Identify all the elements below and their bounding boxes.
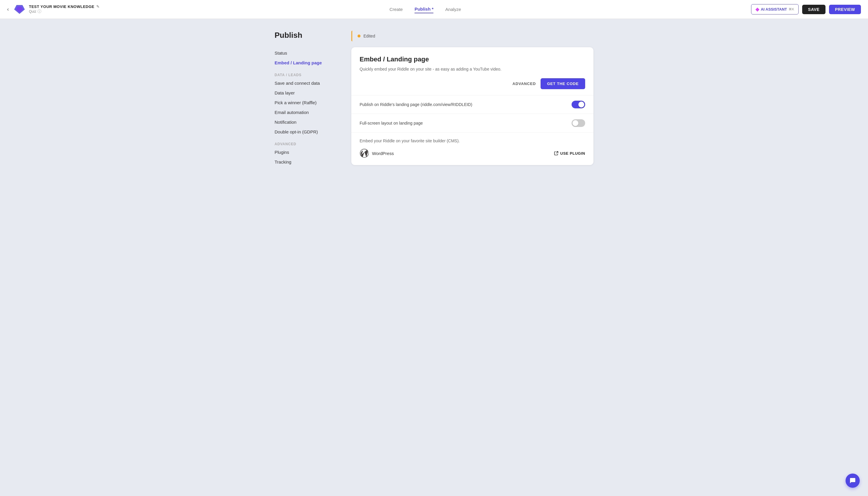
use-plugin-label: USE PLUGIN: [560, 151, 585, 156]
external-link-icon: [554, 151, 559, 156]
sidebar-title: Publish: [275, 31, 340, 40]
nav-create[interactable]: Create: [389, 5, 403, 13]
ai-assistant-button[interactable]: ◆ AI ASSISTANT ⌘K: [751, 4, 799, 14]
status-bar: Edited: [351, 31, 593, 41]
status-dot-icon: [358, 34, 360, 37]
nav-publish[interactable]: Publish *: [415, 5, 433, 13]
nav-analyze[interactable]: Analyze: [445, 5, 461, 13]
sidebar-item-embed-landing[interactable]: Embed / Landing page: [275, 58, 340, 67]
sidebar: Publish Status Embed / Landing page Data…: [275, 31, 340, 484]
fullscreen-toggle-thumb: [572, 120, 578, 126]
sidebar-item-pick-winner[interactable]: Pick a winner (Raffle): [275, 98, 340, 107]
app-header: ‹ TEST YOUR MOVIE KNOWLEDGE ✎ Quiz ⓘ Cre…: [0, 0, 868, 19]
embed-landing-card: Embed / Landing page Quickly embed your …: [351, 47, 593, 165]
status-text: Edited: [363, 34, 375, 38]
landing-page-toggle[interactable]: [572, 101, 585, 108]
header-actions: ◆ AI ASSISTANT ⌘K SAVE PREVIEW: [751, 4, 861, 14]
ai-shortcut: ⌘K: [789, 7, 794, 11]
project-info: TEST YOUR MOVIE KNOWLEDGE ✎ Quiz ⓘ: [29, 4, 99, 14]
header-left: ‹ TEST YOUR MOVIE KNOWLEDGE ✎ Quiz ⓘ: [7, 3, 99, 15]
card-title: Embed / Landing page: [360, 56, 585, 63]
fullscreen-row: Full-screen layout on landing page: [351, 114, 593, 133]
sidebar-item-notification[interactable]: Notification: [275, 117, 340, 127]
ai-diamond-icon: ◆: [756, 6, 759, 12]
fullscreen-toggle[interactable]: [572, 119, 585, 127]
wordpress-icon: [360, 149, 369, 158]
project-type-row: Quiz ⓘ: [29, 9, 99, 14]
sidebar-section-advanced: Advanced: [275, 142, 340, 146]
sidebar-item-email-automation[interactable]: Email automation: [275, 107, 340, 117]
sidebar-item-status[interactable]: Status: [275, 48, 340, 58]
save-button[interactable]: SAVE: [802, 5, 825, 14]
app-logo: [14, 3, 26, 15]
back-icon: ‹: [7, 6, 9, 12]
landing-page-toggle-track: [572, 101, 585, 108]
wordpress-cms-item: WordPress USE PLUGIN: [360, 149, 585, 158]
project-title-text: TEST YOUR MOVIE KNOWLEDGE: [29, 4, 94, 9]
chat-bubble-button[interactable]: [846, 474, 860, 488]
landing-page-label: Publish on Riddle's landing page (riddle…: [360, 102, 472, 107]
advanced-link[interactable]: ADVANCED: [513, 81, 536, 86]
sidebar-item-data-layer[interactable]: Data layer: [275, 88, 340, 98]
main-nav: Create Publish * Analyze: [99, 5, 751, 13]
cms-intro-text: Embed your Riddle on your favorite site …: [360, 138, 585, 143]
card-header: Embed / Landing page Quickly embed your …: [351, 47, 593, 95]
wordpress-label: WordPress: [372, 151, 394, 156]
sidebar-item-save-connect[interactable]: Save and connect data: [275, 78, 340, 88]
project-type-text: Quiz: [29, 10, 36, 14]
fullscreen-label: Full-screen layout on landing page: [360, 121, 423, 125]
wordpress-brand: WordPress: [360, 149, 394, 158]
sidebar-item-plugins[interactable]: Plugins: [275, 147, 340, 157]
fullscreen-toggle-track: [572, 119, 585, 127]
back-button[interactable]: ‹: [7, 6, 9, 12]
edit-title-icon[interactable]: ✎: [96, 4, 100, 9]
sidebar-item-tracking[interactable]: Tracking: [275, 157, 340, 167]
info-icon[interactable]: ⓘ: [37, 9, 41, 14]
content-area: Edited Embed / Landing page Quickly embe…: [351, 31, 593, 484]
project-title-row: TEST YOUR MOVIE KNOWLEDGE ✎: [29, 4, 99, 9]
sidebar-item-double-optin[interactable]: Double opt-in (GDPR): [275, 127, 340, 137]
chat-icon: [849, 477, 856, 484]
get-code-button[interactable]: GET THE CODE: [541, 78, 585, 89]
landing-page-toggle-thumb: [578, 102, 584, 107]
preview-button[interactable]: PREVIEW: [829, 5, 861, 14]
card-description: Quickly embed your Riddle on your site -…: [360, 66, 585, 72]
sidebar-section-data-leads: Data / Leads: [275, 73, 340, 77]
use-plugin-button[interactable]: USE PLUGIN: [554, 151, 585, 156]
card-actions: ADVANCED GET THE CODE: [360, 78, 585, 89]
main-layout: Publish Status Embed / Landing page Data…: [257, 19, 611, 496]
landing-page-row: Publish on Riddle's landing page (riddle…: [351, 95, 593, 114]
ai-btn-label: AI ASSISTANT: [761, 7, 787, 12]
cms-section: Embed your Riddle on your favorite site …: [351, 133, 593, 165]
